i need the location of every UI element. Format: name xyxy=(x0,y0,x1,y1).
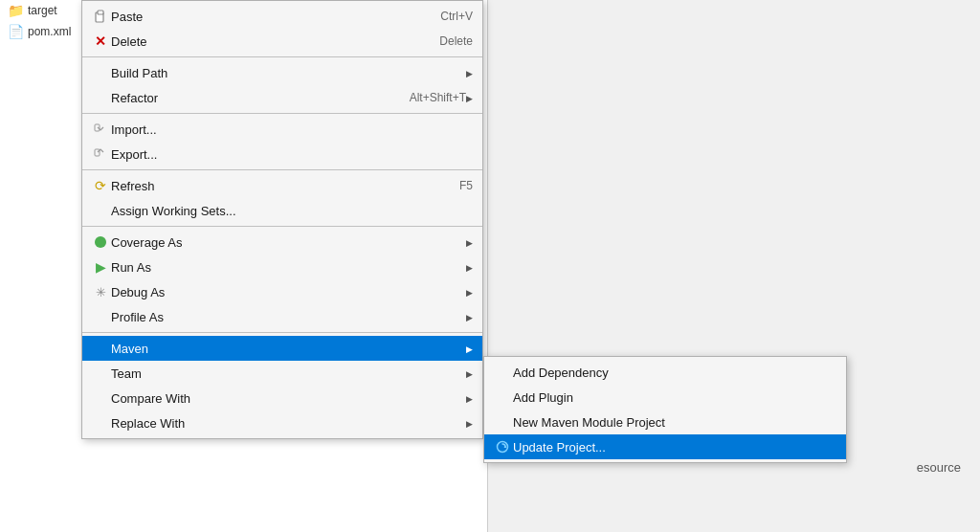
team-arrow xyxy=(466,368,473,379)
separator-2 xyxy=(82,113,482,114)
profile-arrow xyxy=(466,312,473,322)
debug-arrow xyxy=(466,287,473,298)
folder-icon: 📁 xyxy=(8,3,24,18)
import-icon xyxy=(90,122,111,136)
paste-shortcut: Ctrl+V xyxy=(440,10,473,23)
export-icon xyxy=(90,147,111,161)
right-panel-label: esource xyxy=(917,460,961,475)
replace-with-label: Replace With xyxy=(111,416,466,431)
build-path-label: Build Path xyxy=(111,66,466,80)
refactor-arrow xyxy=(466,93,473,103)
separator-3 xyxy=(82,169,482,170)
menu-item-coverage-as[interactable]: Coverage As xyxy=(82,230,482,255)
menu-item-refactor[interactable]: Refactor Alt+Shift+T xyxy=(82,85,482,110)
separator-4 xyxy=(82,226,482,227)
update-project-icon xyxy=(492,440,513,454)
submenu-item-add-dependency[interactable]: Add Dependency xyxy=(484,360,846,385)
tree-item-label: target xyxy=(28,4,57,17)
tree-item-label: pom.xml xyxy=(28,25,71,38)
maven-arrow xyxy=(466,344,473,354)
run-arrow xyxy=(466,262,473,273)
menu-item-build-path[interactable]: Build Path xyxy=(82,60,482,85)
submenu-item-add-plugin[interactable]: Add Plugin xyxy=(484,385,846,410)
delete-shortcut: Delete xyxy=(439,34,473,48)
menu-item-delete[interactable]: ✕ Delete Delete xyxy=(82,29,482,54)
team-label: Team xyxy=(111,366,466,381)
menu-item-debug-as[interactable]: ✳ Debug As xyxy=(82,279,482,304)
context-menu: Paste Ctrl+V ✕ Delete Delete Build Path … xyxy=(81,0,483,439)
coverage-as-label: Coverage As xyxy=(111,235,466,250)
profile-as-label: Profile As xyxy=(111,310,466,324)
build-path-arrow xyxy=(466,68,473,78)
menu-item-team[interactable]: Team xyxy=(82,361,482,386)
paste-label: Paste xyxy=(111,10,412,24)
menu-item-profile-as[interactable]: Profile As xyxy=(82,304,482,329)
compare-arrow xyxy=(466,393,473,404)
update-project-label: Update Project... xyxy=(513,440,836,454)
svg-rect-1 xyxy=(98,11,103,14)
delete-icon: ✕ xyxy=(90,33,111,49)
add-dependency-label: Add Dependency xyxy=(513,366,836,380)
export-label: Export... xyxy=(111,147,473,162)
refresh-shortcut: F5 xyxy=(459,179,473,192)
separator-1 xyxy=(82,56,482,57)
menu-item-paste[interactable]: Paste Ctrl+V xyxy=(82,4,482,29)
debug-as-label: Debug As xyxy=(111,285,466,299)
menu-item-refresh[interactable]: ⟳ Refresh F5 xyxy=(82,173,482,198)
svg-marker-5 xyxy=(504,446,507,449)
refactor-label: Refactor xyxy=(111,91,381,105)
separator-5 xyxy=(82,332,482,333)
menu-item-import[interactable]: Import... xyxy=(82,117,482,142)
assign-label: Assign Working Sets... xyxy=(111,204,473,218)
file-icon: 📄 xyxy=(8,24,24,39)
menu-item-replace-with[interactable]: Replace With xyxy=(82,410,482,435)
menu-item-run-as[interactable]: ▶ Run As xyxy=(82,255,482,279)
menu-item-maven[interactable]: Maven xyxy=(82,336,482,361)
menu-item-compare-with[interactable]: Compare With xyxy=(82,386,482,410)
menu-item-export[interactable]: Export... xyxy=(82,142,482,166)
replace-arrow xyxy=(466,418,473,429)
paste-icon xyxy=(90,10,111,23)
run-as-label: Run As xyxy=(111,260,466,275)
run-icon: ▶ xyxy=(90,259,111,275)
refresh-icon: ⟳ xyxy=(90,178,111,193)
submenu-item-update-project[interactable]: Update Project... xyxy=(484,434,846,459)
coverage-icon xyxy=(90,236,111,248)
new-maven-module-label: New Maven Module Project xyxy=(513,415,836,430)
maven-label: Maven xyxy=(111,342,466,356)
add-plugin-label: Add Plugin xyxy=(513,390,836,405)
refresh-label: Refresh xyxy=(111,179,431,193)
submenu-item-new-maven-module[interactable]: New Maven Module Project xyxy=(484,410,846,434)
refactor-shortcut: Alt+Shift+T xyxy=(410,91,466,104)
delete-label: Delete xyxy=(111,34,411,49)
debug-icon: ✳ xyxy=(90,285,111,299)
import-label: Import... xyxy=(111,122,473,137)
maven-submenu: Add Dependency Add Plugin New Maven Modu… xyxy=(483,356,847,463)
menu-item-assign-working-sets[interactable]: Assign Working Sets... xyxy=(82,198,482,223)
compare-with-label: Compare With xyxy=(111,391,466,406)
coverage-arrow xyxy=(466,237,473,248)
